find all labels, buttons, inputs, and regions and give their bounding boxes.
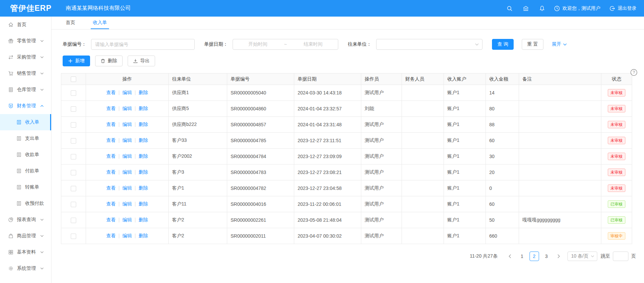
bill-no-input[interactable] — [91, 39, 195, 50]
page-size-select[interactable]: 10 条/页 — [567, 252, 597, 261]
row-checkbox[interactable] — [71, 154, 76, 159]
top-header-bar: 管伊佳ERP 南通某某网络科技有限公司 欢迎您，测试用户 退出登录 — [0, 0, 644, 17]
edit-link[interactable]: 编辑 — [123, 122, 132, 127]
sidebar-item-14[interactable]: 基本资料 — [0, 244, 51, 260]
edit-link[interactable]: 编辑 — [123, 185, 132, 191]
welcome-user[interactable]: 欢迎您，测试用户 — [554, 5, 600, 12]
page-button-2[interactable]: 2 — [530, 252, 539, 261]
view-link[interactable]: 查看 — [106, 122, 116, 127]
action-separator: | — [135, 233, 136, 238]
row-checkbox[interactable] — [71, 218, 76, 223]
sidebar-item-label: 零售管理 — [17, 38, 36, 44]
sidebar-item-10[interactable]: 转账单 — [0, 179, 51, 195]
edit-link[interactable]: 编辑 — [123, 137, 132, 143]
bill-date-cell: 2023-12-27 23:09:09 — [294, 149, 361, 165]
edit-link[interactable]: 编辑 — [123, 153, 132, 159]
delete-link[interactable]: 删除 — [138, 233, 148, 238]
sidebar-item-3[interactable]: 销售管理 — [0, 65, 51, 82]
sidebar-item-11[interactable]: 收预付款 — [0, 195, 51, 212]
row-checkbox[interactable] — [71, 234, 76, 239]
delete-link[interactable]: 删除 — [138, 137, 148, 143]
row-checkbox[interactable] — [71, 186, 76, 191]
date-range-picker[interactable]: 开始时间 ~ 结束时间 — [233, 39, 338, 50]
delete-link[interactable]: 删除 — [138, 169, 148, 175]
logout-button[interactable]: 退出登录 — [609, 5, 637, 12]
edit-link[interactable]: 编辑 — [123, 233, 132, 238]
prev-page-button[interactable] — [505, 252, 515, 261]
view-link[interactable]: 查看 — [106, 185, 116, 191]
edit-link[interactable]: 编辑 — [123, 217, 132, 222]
account-cell: 账户1 — [444, 165, 486, 180]
column-header: 收入金额 — [486, 73, 519, 85]
remark-cell — [519, 196, 601, 212]
delete-link[interactable]: 删除 — [138, 122, 148, 127]
view-link[interactable]: 查看 — [106, 169, 116, 175]
plus-icon — [68, 59, 73, 63]
column-header: 状态 — [601, 73, 632, 85]
sidebar-item-8[interactable]: 收款单 — [0, 147, 51, 163]
view-link[interactable]: 查看 — [106, 233, 116, 238]
view-link[interactable]: 查看 — [106, 137, 116, 143]
view-link[interactable]: 查看 — [106, 217, 116, 222]
sidebar-item-2[interactable]: 采购管理 — [0, 49, 51, 65]
delete-link[interactable]: 删除 — [138, 201, 148, 206]
page-button-1[interactable]: 1 — [517, 252, 527, 261]
amount-cell: 0 — [486, 180, 519, 196]
add-button[interactable]: 新增 — [63, 56, 90, 66]
reset-button[interactable]: 重 置 — [522, 39, 543, 50]
edit-link[interactable]: 编辑 — [123, 169, 132, 175]
search-button[interactable]: 查 询 — [492, 39, 514, 50]
view-link[interactable]: 查看 — [106, 201, 116, 206]
page-button-3[interactable]: 3 — [542, 252, 551, 261]
finance-cell — [402, 149, 444, 165]
sidebar-item-15[interactable]: 系统管理 — [0, 260, 51, 277]
trash-icon — [101, 59, 105, 63]
sidebar-item-4[interactable]: 仓库管理 — [0, 82, 51, 98]
sidebar-item-12[interactable]: 报表查询 — [0, 212, 51, 228]
row-checkbox[interactable] — [71, 122, 76, 128]
sidebar-item-13[interactable]: 商品管理 — [0, 228, 51, 244]
bell-icon[interactable] — [539, 5, 545, 12]
delete-link[interactable]: 删除 — [138, 106, 148, 111]
next-page-button[interactable] — [554, 252, 563, 261]
partner-select[interactable] — [376, 39, 482, 50]
edit-link[interactable]: 编辑 — [123, 201, 132, 206]
amount-cell: 14 — [486, 85, 519, 101]
export-button[interactable]: 导出 — [128, 56, 155, 66]
delete-button[interactable]: 删除 — [95, 56, 123, 66]
row-actions: 查看|编辑|删除 — [86, 85, 169, 101]
bank-icon[interactable] — [523, 5, 529, 12]
jump-page-input[interactable] — [613, 252, 628, 261]
row-checkbox[interactable] — [71, 170, 76, 175]
view-link[interactable]: 查看 — [106, 90, 116, 95]
finance-cell — [402, 117, 444, 133]
doc-icon — [16, 136, 22, 141]
view-link[interactable]: 查看 — [106, 106, 116, 111]
sidebar-item-0[interactable]: 首页 — [0, 17, 51, 33]
row-checkbox[interactable] — [71, 202, 76, 207]
sidebar-item-9[interactable]: 付款单 — [0, 163, 51, 179]
expand-link[interactable]: 展开 — [552, 41, 567, 47]
delete-link[interactable]: 删除 — [138, 90, 148, 95]
row-checkbox[interactable] — [71, 138, 76, 144]
sidebar-item-5[interactable]: 财务管理 — [0, 98, 51, 114]
select-all-checkbox[interactable] — [71, 77, 76, 82]
row-checkbox[interactable] — [71, 90, 76, 96]
delete-link[interactable]: 删除 — [138, 217, 148, 222]
tab-1[interactable]: 收入单 — [91, 17, 109, 29]
sidebar-item-1[interactable]: 零售管理 — [0, 33, 51, 49]
edit-link[interactable]: 编辑 — [123, 106, 132, 111]
tab-0[interactable]: 首页 — [64, 17, 77, 29]
edit-link[interactable]: 编辑 — [123, 90, 132, 95]
search-icon[interactable] — [507, 5, 513, 12]
sidebar-item-6[interactable]: 收入单 — [0, 114, 51, 130]
row-checkbox[interactable] — [71, 106, 76, 112]
sidebar-item-7[interactable]: 支出单 — [0, 130, 51, 147]
delete-link[interactable]: 删除 — [138, 153, 148, 159]
delete-link[interactable]: 删除 — [138, 185, 148, 191]
help-icon[interactable]: ? — [630, 69, 638, 76]
finance-cell — [402, 196, 444, 212]
view-link[interactable]: 查看 — [106, 153, 116, 159]
bill-date-cell: 2023-12-27 23:11:51 — [294, 133, 361, 149]
account-cell: 账户1 — [444, 228, 486, 244]
